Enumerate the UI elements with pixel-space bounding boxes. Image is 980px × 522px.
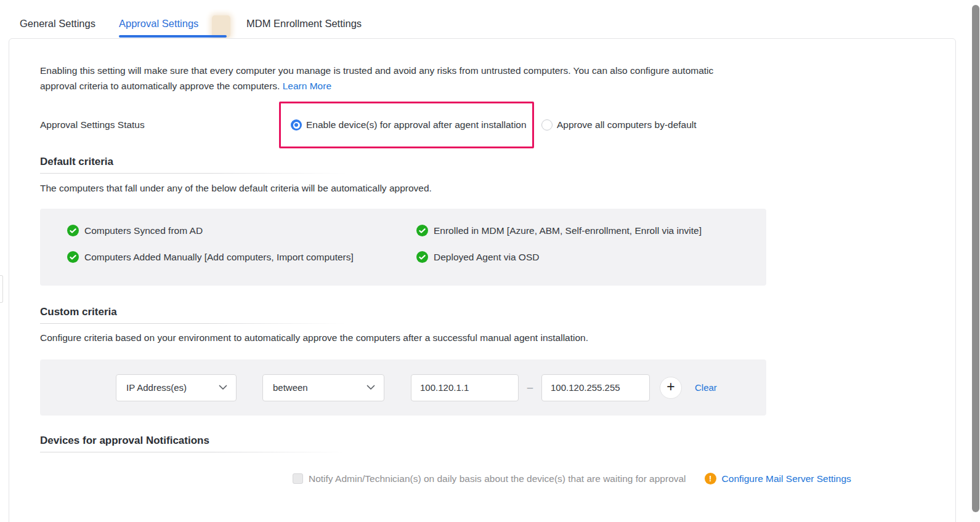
settings-tabbar: General Settings Approval Settings MDM E… (0, 0, 980, 38)
notify-checkbox[interactable] (293, 473, 303, 484)
approval-status-label: Approval Settings Status (40, 119, 145, 130)
radio-enable-label: Enable device(s) for approval after agen… (306, 119, 527, 130)
operator-dropdown[interactable]: between (262, 374, 384, 401)
configure-mail-server-link[interactable]: Configure Mail Server Settings (722, 473, 851, 484)
notifications-title: Devices for approval Notifications (40, 435, 346, 452)
custom-criteria-row: IP Address(es) between – + Clear (40, 359, 766, 416)
check-circle-icon (67, 251, 79, 263)
criteria-item-label: Computers Synced from AD (84, 225, 203, 236)
default-criteria-box: Computers Synced from AD Enrolled in MDM… (40, 209, 766, 286)
notification-row: Notify Admin/Technician(s) on daily basi… (293, 473, 851, 484)
criteria-type-dropdown[interactable]: IP Address(es) (116, 374, 237, 401)
warning-icon: ! (705, 473, 716, 484)
chevron-down-icon (366, 385, 375, 390)
intro-description: Enabling this setting will make sure tha… (40, 65, 713, 91)
criteria-item-label: Deployed Agent via OSD (434, 252, 539, 263)
radio-selected-icon[interactable] (291, 119, 302, 130)
tab-general-settings[interactable]: General Settings (20, 18, 95, 30)
active-tab-indicator (119, 35, 227, 38)
approval-settings-panel: Enabling this setting will make sure tha… (9, 38, 956, 522)
left-edge-notch (0, 275, 3, 303)
notify-checkbox-label: Notify Admin/Technician(s) on daily basi… (309, 473, 686, 484)
ip-range-end-input[interactable] (541, 374, 650, 401)
custom-criteria-title: Custom criteria (40, 306, 346, 324)
radio-approve-all-label: Approve all computers by-default (557, 119, 697, 130)
intro-text: Enabling this setting will make sure tha… (40, 63, 733, 94)
check-circle-icon (416, 251, 428, 263)
default-criteria-title: Default criteria (40, 156, 346, 174)
radio-option-approve-all[interactable]: Approve all computers by-default (541, 111, 697, 139)
radio-unselected-icon[interactable] (541, 119, 553, 130)
chevron-down-icon (219, 385, 227, 390)
annotation-highlight-box: Enable device(s) for approval after agen… (279, 102, 534, 148)
radio-option-enable-approval[interactable]: Enable device(s) for approval after agen… (291, 119, 527, 130)
criteria-item-label: Computers Added Manually [Add computers,… (84, 252, 354, 263)
criteria-type-value: IP Address(es) (126, 382, 187, 393)
scrollbar-track[interactable] (971, 0, 980, 522)
operator-value: between (273, 382, 308, 393)
range-separator: – (519, 382, 541, 394)
check-circle-icon (67, 225, 79, 236)
custom-criteria-description: Configure criteria based on your environ… (40, 332, 588, 343)
default-criteria-grid: Computers Synced from AD Enrolled in MDM… (40, 209, 766, 263)
plus-icon: + (666, 380, 674, 394)
custom-criteria-box: IP Address(es) between – + Clear (40, 359, 766, 416)
criteria-item-enrolled-mdm: Enrolled in MDM [Azure, ABM, Self-enroll… (416, 225, 766, 236)
criteria-item-added-manually: Computers Added Manually [Add computers,… (67, 251, 416, 263)
tab-approval-settings[interactable]: Approval Settings (119, 18, 198, 30)
annotation-smudge (212, 15, 230, 38)
criteria-item-synced-ad: Computers Synced from AD (67, 225, 416, 236)
add-criteria-button[interactable]: + (660, 377, 682, 399)
criteria-item-deployed-osd: Deployed Agent via OSD (416, 251, 766, 263)
check-circle-icon (416, 225, 428, 236)
default-criteria-description: The computers that fall under any of the… (40, 183, 432, 194)
tab-mdm-enrollment-settings[interactable]: MDM Enrollment Settings (246, 18, 362, 30)
scrollbar-thumb[interactable] (972, 5, 979, 512)
ip-range-start-input[interactable] (411, 374, 519, 401)
clear-link[interactable]: Clear (695, 382, 717, 393)
criteria-item-label: Enrolled in MDM [Azure, ABM, Self-enroll… (434, 225, 702, 236)
learn-more-link[interactable]: Learn More (283, 81, 331, 91)
